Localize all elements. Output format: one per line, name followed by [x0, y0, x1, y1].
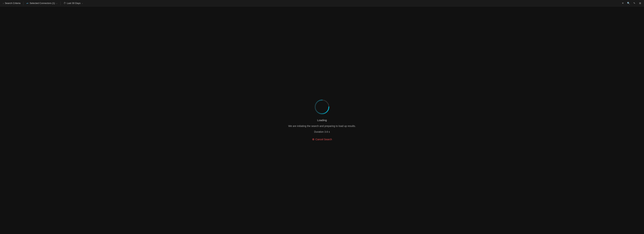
- toolbar-left: › Search Criteria ⇌ Selected Connectors …: [2, 1, 620, 5]
- toolbar-item-connectors[interactable]: ⇌ Selected Connectors (1) ⌄: [25, 1, 59, 5]
- toolbar-right: ✕ 🔍 ✎ ⊞: [620, 1, 642, 6]
- duration-text: Duration 3.6 s: [314, 130, 330, 133]
- close-button[interactable]: ✕: [620, 1, 625, 6]
- loading-label: Loading: [317, 119, 327, 122]
- search-icon: 🔍: [627, 2, 630, 4]
- toolbar-separator-1: [23, 1, 24, 5]
- loading-description: We are initiating the search and prepari…: [288, 125, 356, 127]
- loading-container: Loading We are initiating the search and…: [288, 99, 356, 142]
- grid-button[interactable]: ⊞: [638, 1, 642, 6]
- close-icon: ✕: [622, 2, 624, 4]
- search-button[interactable]: 🔍: [626, 1, 631, 6]
- time-label: Last 30 Days: [67, 2, 81, 4]
- toolbar-item-search-criteria[interactable]: › Search Criteria: [2, 1, 22, 5]
- connectors-icon: ⇌: [26, 2, 28, 5]
- connectors-chevron-icon: ⌄: [56, 2, 58, 4]
- search-criteria-label: Search Criteria: [5, 2, 20, 4]
- time-chevron-icon: ⌄: [82, 2, 83, 4]
- toolbar-item-time-range[interactable]: ⏱ Last 30 Days ⌄: [62, 1, 84, 5]
- clock-icon: ⏱: [64, 2, 66, 4]
- connectors-label: Selected Connectors (1): [30, 2, 55, 4]
- chevron-right-icon: ›: [3, 2, 4, 5]
- spinner-svg: [314, 99, 330, 115]
- grid-icon: ⊞: [639, 2, 641, 4]
- spinner-wrapper: [314, 99, 330, 115]
- cancel-search-icon: ⊗: [312, 138, 314, 141]
- edit-button[interactable]: ✎: [632, 1, 637, 6]
- cancel-search-label: Cancel Search: [316, 138, 332, 141]
- edit-icon: ✎: [633, 2, 635, 4]
- cancel-search-button[interactable]: ⊗ Cancel Search: [311, 137, 334, 142]
- toolbar: › Search Criteria ⇌ Selected Connectors …: [0, 0, 644, 6]
- main-content: Loading We are initiating the search and…: [0, 6, 644, 234]
